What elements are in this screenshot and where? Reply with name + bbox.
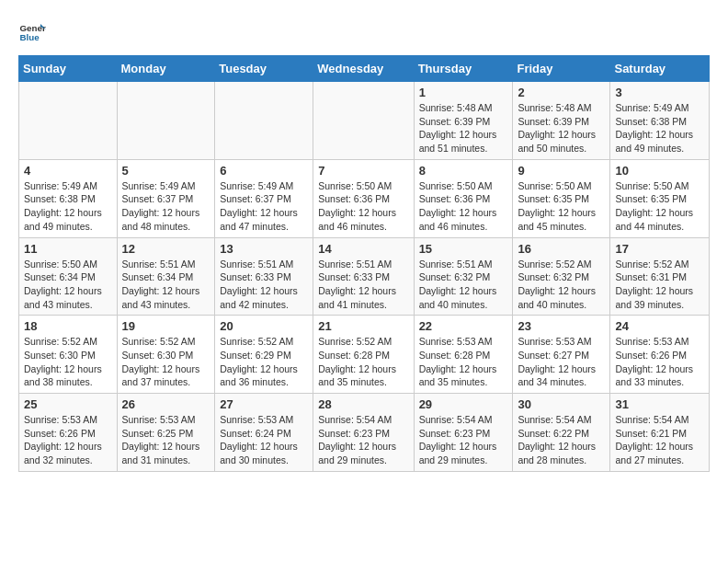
day-detail: Sunrise: 5:48 AM Sunset: 6:39 PM Dayligh… xyxy=(419,101,508,155)
day-detail: Sunrise: 5:52 AM Sunset: 6:30 PM Dayligh… xyxy=(24,335,112,389)
day-detail: Sunrise: 5:53 AM Sunset: 6:25 PM Dayligh… xyxy=(122,413,210,467)
day-number: 18 xyxy=(24,319,112,333)
day-detail: Sunrise: 5:53 AM Sunset: 6:28 PM Dayligh… xyxy=(419,335,508,389)
calendar-cell xyxy=(117,82,215,160)
day-number: 8 xyxy=(419,164,508,178)
day-number: 12 xyxy=(122,242,210,256)
day-detail: Sunrise: 5:50 AM Sunset: 6:35 PM Dayligh… xyxy=(518,179,605,234)
day-number: 6 xyxy=(220,164,308,178)
day-detail: Sunrise: 5:51 AM Sunset: 6:33 PM Dayligh… xyxy=(220,258,308,312)
logo-icon: General Blue xyxy=(18,18,46,46)
day-detail: Sunrise: 5:50 AM Sunset: 6:36 PM Dayligh… xyxy=(419,179,508,234)
logo: General Blue xyxy=(18,18,50,46)
calendar-cell: 13Sunrise: 5:51 AM Sunset: 6:33 PM Dayli… xyxy=(215,237,313,316)
col-header-monday: Monday xyxy=(117,56,215,82)
col-header-saturday: Saturday xyxy=(610,56,710,82)
calendar-cell: 4Sunrise: 5:49 AM Sunset: 6:38 PM Daylig… xyxy=(19,159,118,237)
calendar-cell: 1Sunrise: 5:48 AM Sunset: 6:39 PM Daylig… xyxy=(414,82,513,160)
day-number: 31 xyxy=(615,397,704,411)
day-detail: Sunrise: 5:49 AM Sunset: 6:37 PM Dayligh… xyxy=(122,179,210,234)
day-number: 11 xyxy=(24,242,112,256)
calendar-cell: 22Sunrise: 5:53 AM Sunset: 6:28 PM Dayli… xyxy=(414,316,513,394)
day-number: 13 xyxy=(220,242,308,256)
day-detail: Sunrise: 5:52 AM Sunset: 6:29 PM Dayligh… xyxy=(220,335,308,389)
calendar-header-row: SundayMondayTuesdayWednesdayThursdayFrid… xyxy=(19,56,710,82)
day-number: 15 xyxy=(419,242,508,256)
col-header-thursday: Thursday xyxy=(414,56,513,82)
col-header-tuesday: Tuesday xyxy=(215,56,313,82)
day-number: 28 xyxy=(318,397,408,411)
calendar-cell: 12Sunrise: 5:51 AM Sunset: 6:34 PM Dayli… xyxy=(117,237,215,316)
day-number: 25 xyxy=(24,397,112,411)
week-row-3: 11Sunrise: 5:50 AM Sunset: 6:34 PM Dayli… xyxy=(19,237,710,316)
calendar-cell: 3Sunrise: 5:49 AM Sunset: 6:38 PM Daylig… xyxy=(610,82,710,160)
day-detail: Sunrise: 5:53 AM Sunset: 6:26 PM Dayligh… xyxy=(24,413,112,467)
day-number: 10 xyxy=(615,164,704,178)
calendar-cell: 29Sunrise: 5:54 AM Sunset: 6:23 PM Dayli… xyxy=(414,394,513,472)
calendar-cell: 25Sunrise: 5:53 AM Sunset: 6:26 PM Dayli… xyxy=(19,394,118,472)
day-detail: Sunrise: 5:48 AM Sunset: 6:39 PM Dayligh… xyxy=(518,101,605,155)
page-header: General Blue xyxy=(18,18,710,46)
calendar-table: SundayMondayTuesdayWednesdayThursdayFrid… xyxy=(18,55,710,472)
week-row-2: 4Sunrise: 5:49 AM Sunset: 6:38 PM Daylig… xyxy=(19,159,710,237)
day-detail: Sunrise: 5:51 AM Sunset: 6:34 PM Dayligh… xyxy=(122,258,210,312)
calendar-cell xyxy=(19,82,118,160)
calendar-cell: 30Sunrise: 5:54 AM Sunset: 6:22 PM Dayli… xyxy=(513,394,610,472)
week-row-4: 18Sunrise: 5:52 AM Sunset: 6:30 PM Dayli… xyxy=(19,316,710,394)
calendar-cell: 6Sunrise: 5:49 AM Sunset: 6:37 PM Daylig… xyxy=(215,159,313,237)
day-number: 1 xyxy=(419,86,508,99)
calendar-cell xyxy=(215,82,313,160)
day-detail: Sunrise: 5:54 AM Sunset: 6:21 PM Dayligh… xyxy=(615,413,704,467)
day-number: 30 xyxy=(518,397,605,411)
col-header-wednesday: Wednesday xyxy=(313,56,414,82)
calendar-cell: 23Sunrise: 5:53 AM Sunset: 6:27 PM Dayli… xyxy=(513,316,610,394)
calendar-cell: 14Sunrise: 5:51 AM Sunset: 6:33 PM Dayli… xyxy=(313,237,414,316)
calendar-cell: 20Sunrise: 5:52 AM Sunset: 6:29 PM Dayli… xyxy=(215,316,313,394)
week-row-1: 1Sunrise: 5:48 AM Sunset: 6:39 PM Daylig… xyxy=(19,82,710,160)
svg-text:Blue: Blue xyxy=(20,32,40,42)
calendar-cell: 8Sunrise: 5:50 AM Sunset: 6:36 PM Daylig… xyxy=(414,159,513,237)
day-number: 24 xyxy=(615,319,704,333)
day-number: 2 xyxy=(518,86,605,99)
day-number: 21 xyxy=(318,319,408,333)
day-detail: Sunrise: 5:50 AM Sunset: 6:36 PM Dayligh… xyxy=(318,179,408,234)
calendar-cell: 27Sunrise: 5:53 AM Sunset: 6:24 PM Dayli… xyxy=(215,394,313,472)
col-header-friday: Friday xyxy=(513,56,610,82)
day-detail: Sunrise: 5:54 AM Sunset: 6:23 PM Dayligh… xyxy=(318,413,408,467)
col-header-sunday: Sunday xyxy=(19,56,118,82)
calendar-cell: 10Sunrise: 5:50 AM Sunset: 6:35 PM Dayli… xyxy=(610,159,710,237)
day-detail: Sunrise: 5:50 AM Sunset: 6:35 PM Dayligh… xyxy=(615,179,704,234)
day-detail: Sunrise: 5:54 AM Sunset: 6:22 PM Dayligh… xyxy=(518,413,605,467)
day-detail: Sunrise: 5:53 AM Sunset: 6:27 PM Dayligh… xyxy=(518,335,605,389)
day-number: 26 xyxy=(122,397,210,411)
calendar-cell xyxy=(313,82,414,160)
day-number: 23 xyxy=(518,319,605,333)
day-detail: Sunrise: 5:52 AM Sunset: 6:31 PM Dayligh… xyxy=(615,258,704,312)
day-number: 7 xyxy=(318,164,408,178)
calendar-cell: 5Sunrise: 5:49 AM Sunset: 6:37 PM Daylig… xyxy=(117,159,215,237)
day-detail: Sunrise: 5:52 AM Sunset: 6:28 PM Dayligh… xyxy=(318,335,408,389)
day-number: 5 xyxy=(122,164,210,178)
day-detail: Sunrise: 5:50 AM Sunset: 6:34 PM Dayligh… xyxy=(24,258,112,312)
day-number: 4 xyxy=(24,164,112,178)
day-detail: Sunrise: 5:49 AM Sunset: 6:38 PM Dayligh… xyxy=(615,101,704,155)
day-number: 3 xyxy=(615,86,704,99)
day-detail: Sunrise: 5:51 AM Sunset: 6:33 PM Dayligh… xyxy=(318,258,408,312)
day-detail: Sunrise: 5:53 AM Sunset: 6:26 PM Dayligh… xyxy=(615,335,704,389)
calendar-cell: 31Sunrise: 5:54 AM Sunset: 6:21 PM Dayli… xyxy=(610,394,710,472)
day-detail: Sunrise: 5:51 AM Sunset: 6:32 PM Dayligh… xyxy=(419,258,508,312)
day-number: 17 xyxy=(615,242,704,256)
calendar-cell: 2Sunrise: 5:48 AM Sunset: 6:39 PM Daylig… xyxy=(513,82,610,160)
calendar-cell: 9Sunrise: 5:50 AM Sunset: 6:35 PM Daylig… xyxy=(513,159,610,237)
calendar-cell: 18Sunrise: 5:52 AM Sunset: 6:30 PM Dayli… xyxy=(19,316,118,394)
day-detail: Sunrise: 5:54 AM Sunset: 6:23 PM Dayligh… xyxy=(419,413,508,467)
day-detail: Sunrise: 5:49 AM Sunset: 6:38 PM Dayligh… xyxy=(24,179,112,234)
day-number: 29 xyxy=(419,397,508,411)
day-number: 9 xyxy=(518,164,605,178)
calendar-cell: 19Sunrise: 5:52 AM Sunset: 6:30 PM Dayli… xyxy=(117,316,215,394)
calendar-cell: 16Sunrise: 5:52 AM Sunset: 6:32 PM Dayli… xyxy=(513,237,610,316)
day-number: 22 xyxy=(419,319,508,333)
week-row-5: 25Sunrise: 5:53 AM Sunset: 6:26 PM Dayli… xyxy=(19,394,710,472)
calendar-cell: 17Sunrise: 5:52 AM Sunset: 6:31 PM Dayli… xyxy=(610,237,710,316)
day-number: 20 xyxy=(220,319,308,333)
